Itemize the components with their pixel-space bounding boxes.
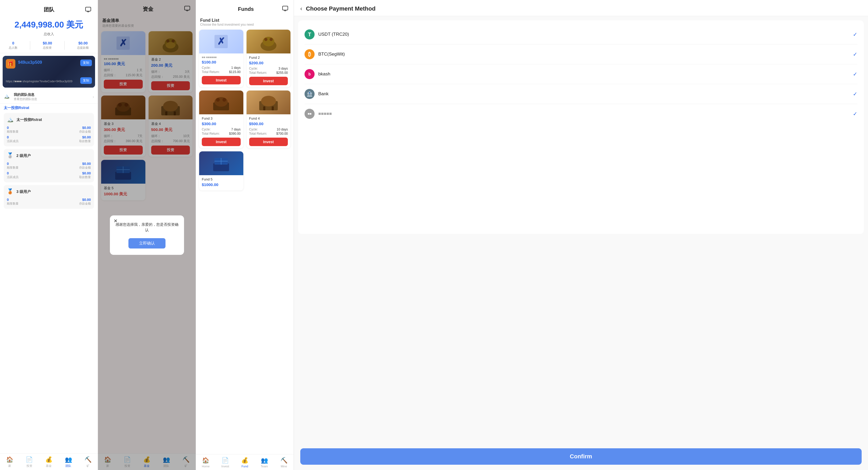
level3-icon: 🥉	[7, 188, 14, 196]
payment-item-custom[interactable]: ■■ ■■■■■ ✓	[305, 104, 858, 124]
team-info-arrow-icon: ›	[93, 95, 94, 99]
fund-en-cycle-label-3: Cycle:	[202, 128, 211, 131]
funds-en-message-icon[interactable]	[282, 5, 288, 13]
fund-en-invest-btn-2[interactable]: Invest	[249, 77, 288, 85]
team-nav-fund[interactable]: 💰 基金	[39, 454, 59, 470]
team-info-row[interactable]: 🏔️ 我的团队信息 查看您的团队信息 ›	[0, 90, 98, 103]
mine-icon: ⛏️	[85, 456, 92, 463]
funds-en-nav-fund[interactable]: 💰 Fund	[235, 455, 255, 470]
strategy-title: 太一投彻Rstrat	[4, 106, 94, 110]
svg-rect-35	[272, 106, 274, 110]
team-balance: 2,449,998.00 美元 总收入	[0, 16, 98, 38]
fund-en-return-value-4: $700.00	[276, 132, 288, 135]
funds-en-nav-mine[interactable]: ⛏️ Mine	[274, 455, 294, 470]
payment-item-btc[interactable]: ₿ BTC(SegWit) ✓	[305, 44, 858, 64]
modal-message: 感谢您选择我，亲爱的，您是否投资确认	[115, 222, 179, 233]
team-topbar: 团队	[0, 0, 98, 16]
panel-payment: ‹ Choose Payment Method T USDT (TRC20) ✓…	[294, 0, 868, 470]
fund-en-price-4: $500.00	[249, 122, 288, 126]
funds-en-scroll[interactable]: ✗ ■■ ■■■■■■ $100.00 Cycle: 1 days Total …	[196, 28, 294, 454]
payment-confirm-button[interactable]: Confirm	[300, 448, 862, 465]
level3-deposit: $0.00 存款金额	[79, 198, 91, 206]
funds-en-grid: ✗ ■■ ■■■■■■ $100.00 Cycle: 1 days Total …	[199, 30, 290, 191]
fund-en-invest-btn-3[interactable]: Invest	[202, 138, 241, 146]
team-nav-mine[interactable]: ⛏️ 矿	[78, 454, 98, 470]
back-button[interactable]: ‹	[300, 5, 302, 12]
fund-en-cycle-label-4: Cycle:	[249, 128, 258, 131]
fund-en-return-label-4: Total Return:	[249, 132, 267, 135]
payment-name-btc: BTC(SegWit)	[318, 52, 853, 57]
team-nav-team[interactable]: 👥 团队	[59, 454, 78, 470]
fund-en-invest-btn-4[interactable]: Invest	[249, 138, 288, 146]
usdt-check-icon: ✓	[853, 31, 858, 38]
payment-list: T USDT (TRC20) ✓ ₿ BTC(SegWit) ✓ b bkash…	[298, 21, 864, 234]
fund-en-invest-btn-1[interactable]: Invest	[202, 76, 241, 85]
fund-en-card-4: Fund 4 $500.00 Cycle: 10 days Total Retu…	[247, 91, 291, 148]
team-message-icon[interactable]	[84, 5, 92, 14]
team-balance-label: 总收入	[0, 32, 98, 36]
custom-pay-icon: ■■	[305, 109, 315, 119]
fund-en-price-2: $200.00	[249, 61, 288, 65]
fund-en-img-4	[247, 91, 291, 114]
fund-icon-en: 💰	[241, 457, 248, 464]
confirmation-modal: ✕ 感谢您选择我，亲爱的，您是否投资确认 立即确认	[110, 215, 184, 255]
funds-en-header: Fund List Choose the fund investment you…	[196, 15, 294, 28]
bank-check-icon: ✓	[853, 91, 858, 97]
team-stat-investment: $0.00 总投资	[43, 41, 52, 50]
fund-en-return-label-3: Total Return:	[202, 132, 220, 135]
invest-icon: 📄	[26, 456, 33, 463]
team-nav-invest[interactable]: 📄 投资	[20, 454, 39, 470]
copy-uid-button[interactable]: 复制	[80, 60, 92, 66]
team-nav-home[interactable]: 🏠 家	[0, 454, 20, 470]
payment-top: ‹ Choose Payment Method	[294, 0, 868, 16]
funds-en-title: Funds	[210, 6, 282, 12]
svg-point-31	[222, 98, 226, 102]
modal-close-icon[interactable]: ✕	[114, 218, 118, 224]
level-card-3: 🥉 3 级用户 0 顾客数量 $0.00 存款金额	[4, 185, 94, 209]
level1-customers: 0 顾客数量	[7, 126, 19, 134]
funds-en-nav-team[interactable]: 👥 Team	[254, 455, 274, 470]
fund-en-cycle-label-2: Cycle:	[249, 67, 258, 70]
funds-en-topbar: Funds	[196, 0, 294, 15]
usdt-icon: T	[305, 29, 315, 39]
level3-customers: 0 顾客数量	[7, 198, 19, 206]
team-stat-withdraw-label: 总提款额	[77, 46, 89, 50]
bkash-check-icon: ✓	[853, 71, 858, 77]
fund-en-name-3: Fund 3	[202, 116, 241, 121]
payment-item-bkash[interactable]: b bkash ✓	[305, 64, 858, 84]
team-stats: 0 总人数 $0.00 总投资 $0.00 总提款额	[0, 38, 98, 53]
funds-en-nav-invest[interactable]: 📄 Invest	[216, 455, 235, 470]
fund-en-name-5: Fund 5	[202, 177, 241, 181]
fund-en-return-label-1: Total Return:	[202, 70, 220, 74]
modal-confirm-button[interactable]: 立即确认	[128, 238, 165, 248]
fund-en-cycle-value-2: 3 days	[279, 67, 288, 70]
fund-en-price-3: $300.00	[202, 122, 241, 126]
svg-rect-0	[86, 7, 91, 11]
payment-item-bank[interactable]: 🏦 Bank ✓	[305, 84, 858, 104]
svg-point-25	[263, 37, 274, 46]
team-stat-members-label: 总人数	[9, 46, 18, 50]
level1-deposit: $0.00 存款金额	[79, 126, 91, 134]
payment-confirm-bar: Confirm	[294, 443, 868, 470]
payment-item-usdt[interactable]: T USDT (TRC20) ✓	[305, 25, 858, 44]
fund-en-name-2: Fund 2	[249, 56, 288, 60]
fund-en-card-3: Fund 3 $300.00 Cycle: 7 days Total Retur…	[199, 91, 243, 148]
fund-en-return-value-1: $115.00	[229, 70, 241, 74]
team-info-icon: 🏔️	[4, 93, 11, 101]
user-id: 949ux3p509	[18, 60, 42, 65]
level2-customers: 0 顾客数量	[7, 162, 19, 170]
copy-link-button[interactable]: 复制	[80, 77, 92, 84]
custom-check-icon: ✓	[853, 111, 858, 117]
confirmation-modal-overlay[interactable]: ✕ 感谢您选择我，亲爱的，您是否投资确认 立即确认	[98, 0, 196, 470]
fund-en-return-label-2: Total Return:	[249, 71, 267, 75]
payment-name-usdt: USDT (TRC20)	[318, 32, 853, 37]
funds-en-nav-home[interactable]: 🏠 Home	[196, 455, 216, 470]
svg-rect-34	[263, 106, 265, 110]
level2-deposit: $0.00 存款金额	[79, 162, 91, 170]
svg-point-30	[216, 98, 220, 102]
fund-en-price-1: $100.00	[202, 60, 241, 64]
level2-title: 2 级用户	[17, 154, 31, 158]
team-stat-members-value: 0	[9, 41, 18, 45]
fund-en-img-1: ✗	[199, 30, 243, 54]
svg-text:✗: ✗	[217, 36, 225, 47]
